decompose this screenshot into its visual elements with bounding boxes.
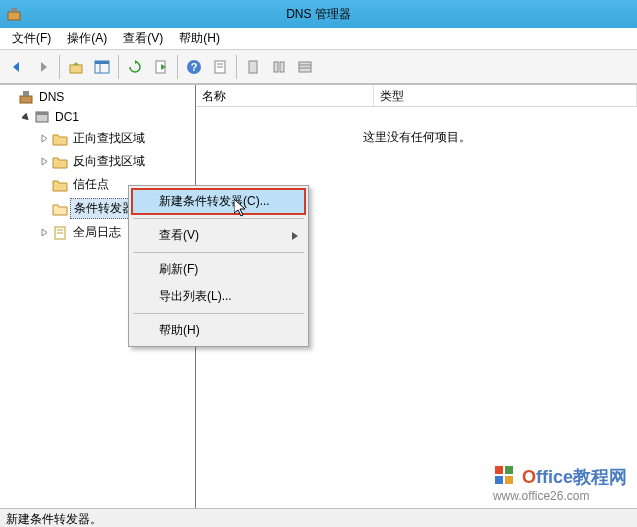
tree-label: 反向查找区域: [70, 152, 148, 171]
menu-view[interactable]: 查看(V): [115, 28, 171, 49]
statusbar: 新建条件转发器。: [0, 508, 637, 527]
svg-rect-4: [95, 61, 109, 64]
folder-icon: [52, 177, 68, 193]
export-button[interactable]: [149, 55, 173, 79]
ctx-help[interactable]: 帮助(H): [131, 317, 306, 344]
server-icon: [34, 109, 50, 125]
separator: [177, 55, 178, 79]
icon-button-3[interactable]: [293, 55, 317, 79]
svg-rect-2: [70, 65, 82, 73]
expand-icon[interactable]: [38, 156, 50, 168]
watermark-url: www.office26.com: [493, 489, 627, 503]
submenu-arrow-icon: [292, 232, 298, 240]
separator: [59, 55, 60, 79]
separator: [133, 218, 304, 219]
svg-rect-12: [249, 61, 257, 73]
separator: [133, 252, 304, 253]
toolbar: ?: [0, 50, 637, 84]
svg-rect-25: [495, 466, 503, 474]
context-menu: 新建条件转发器(C)... 查看(V) 刷新(F) 导出列表(L)... 帮助(…: [128, 185, 309, 347]
dns-icon: [18, 89, 34, 105]
log-icon: [52, 225, 68, 241]
list-header: 名称 类型: [196, 85, 637, 107]
help-button[interactable]: ?: [182, 55, 206, 79]
up-button[interactable]: [64, 55, 88, 79]
separator: [118, 55, 119, 79]
app-icon: [6, 6, 22, 22]
expand-icon[interactable]: [38, 227, 50, 239]
watermark-brand: Office教程网: [493, 464, 627, 489]
window-title: DNS 管理器: [286, 6, 351, 23]
menu-action[interactable]: 操作(A): [59, 28, 115, 49]
tree-label: DNS: [36, 89, 67, 105]
menubar: 文件(F) 操作(A) 查看(V) 帮助(H): [0, 28, 637, 50]
svg-rect-26: [505, 466, 513, 474]
empty-message: 这里没有任何项目。: [196, 107, 637, 146]
tree-root-dns[interactable]: DNS: [2, 87, 193, 107]
svg-rect-19: [23, 91, 29, 96]
menu-help[interactable]: 帮助(H): [171, 28, 228, 49]
forward-button[interactable]: [31, 55, 55, 79]
watermark: Office教程网 www.office26.com: [493, 464, 627, 503]
svg-rect-15: [299, 62, 311, 72]
expand-icon[interactable]: [38, 133, 50, 145]
svg-rect-21: [36, 112, 48, 115]
folder-open-icon: [52, 201, 68, 217]
separator: [133, 313, 304, 314]
folder-icon: [52, 154, 68, 170]
tree-server[interactable]: DC1: [2, 107, 193, 127]
icon-button-1[interactable]: [241, 55, 265, 79]
ctx-view[interactable]: 查看(V): [131, 222, 306, 249]
tree-label: 全局日志: [70, 223, 124, 242]
expander-icon[interactable]: [4, 91, 16, 103]
svg-rect-27: [495, 476, 503, 484]
expander-spacer: [38, 179, 50, 191]
tree-reverse-lookup[interactable]: 反向查找区域: [2, 150, 193, 173]
svg-rect-13: [274, 62, 278, 72]
svg-rect-1: [11, 8, 17, 12]
ctx-new-conditional-forwarder[interactable]: 新建条件转发器(C)...: [131, 188, 306, 215]
properties-button[interactable]: [208, 55, 232, 79]
content-area: DNS DC1 正向查找区域 反向查找区域 信任点 条件转发器: [0, 84, 637, 508]
back-button[interactable]: [5, 55, 29, 79]
svg-rect-28: [505, 476, 513, 484]
ctx-label: 查看(V): [159, 228, 199, 242]
folder-icon: [52, 131, 68, 147]
svg-rect-14: [280, 62, 284, 72]
separator: [236, 55, 237, 79]
tree-label: 正向查找区域: [70, 129, 148, 148]
tree-label: 信任点: [70, 175, 112, 194]
collapse-icon[interactable]: [20, 111, 32, 123]
tree-forward-lookup[interactable]: 正向查找区域: [2, 127, 193, 150]
column-type[interactable]: 类型: [374, 85, 637, 106]
svg-text:?: ?: [191, 61, 198, 73]
tree-label: DC1: [52, 109, 82, 125]
refresh-button[interactable]: [123, 55, 147, 79]
icon-button-2[interactable]: [267, 55, 291, 79]
menu-file[interactable]: 文件(F): [4, 28, 59, 49]
titlebar: DNS 管理器: [0, 0, 637, 28]
column-name[interactable]: 名称: [196, 85, 374, 106]
expander-spacer: [38, 203, 50, 215]
show-hide-tree-button[interactable]: [90, 55, 114, 79]
ctx-refresh[interactable]: 刷新(F): [131, 256, 306, 283]
svg-rect-18: [20, 96, 32, 103]
ctx-export-list[interactable]: 导出列表(L)...: [131, 283, 306, 310]
svg-rect-0: [8, 12, 20, 20]
